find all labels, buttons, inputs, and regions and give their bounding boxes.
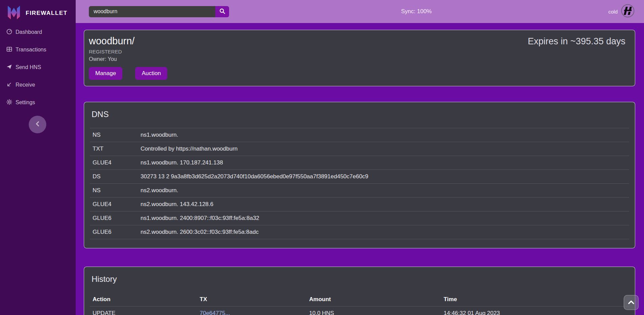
history-card: History Action TX Amount Time UPDATE 70e… xyxy=(84,267,635,315)
dns-record-value: ns1.woodburn. 170.187.241.138 xyxy=(138,159,629,166)
main-content: woodburn/ REGISTERED Owner: You Manage A… xyxy=(76,23,644,315)
sidebar-collapse-button[interactable] xyxy=(29,116,46,133)
history-header-time: Time xyxy=(441,296,629,303)
history-time: 14:46:32 01 Aug 2023 xyxy=(441,310,629,315)
sidebar: FIREWALLET Dashboard Transactions xyxy=(0,0,76,315)
dns-record-type: GLUE4 xyxy=(90,201,138,208)
dns-record-row: GLUE6 ns2.woodburn. 2600:3c02::f03c:93ff… xyxy=(90,225,629,239)
receive-icon xyxy=(6,82,12,89)
search-button[interactable] xyxy=(215,6,229,17)
dns-record-type: DS xyxy=(90,173,138,180)
history-title: History xyxy=(92,274,629,284)
dns-record-type: GLUE6 xyxy=(90,215,138,222)
dns-record-value: ns1.woodburn. xyxy=(138,132,629,138)
history-rows: UPDATE 70e64775... 10.0 HNS 14:46:32 01 … xyxy=(90,307,629,315)
firewallet-logo-icon xyxy=(6,4,22,22)
brand: FIREWALLET xyxy=(0,0,76,23)
dns-record-value: ns2.woodburn. xyxy=(138,187,629,194)
history-action: UPDATE xyxy=(90,310,197,315)
history-header-action: Action xyxy=(90,296,197,303)
dns-record-row: TXT Controlled by https://nathan.woodbur… xyxy=(90,142,629,156)
dns-record-value: ns2.woodburn. 2600:3c02::f03c:93ff:fe5a:… xyxy=(138,229,629,235)
dns-table: NS ns1.woodburn. TXT Controlled by https… xyxy=(90,128,629,239)
dns-record-type: TXT xyxy=(90,145,138,152)
send-icon xyxy=(6,64,12,71)
brand-name: FIREWALLET xyxy=(26,10,68,17)
dns-title: DNS xyxy=(92,110,629,119)
sidebar-item-transactions[interactable]: Transactions xyxy=(0,41,76,59)
sidebar-item-label: Settings xyxy=(16,99,35,106)
history-header-tx: TX xyxy=(197,296,306,303)
sidebar-item-receive[interactable]: Receive xyxy=(0,76,76,94)
dns-record-type: GLUE6 xyxy=(90,229,138,235)
sidebar-item-send-hns[interactable]: Send HNS xyxy=(0,59,76,76)
history-header-amount: Amount xyxy=(306,296,441,303)
sidebar-item-label: Dashboard xyxy=(16,29,42,35)
gear-icon xyxy=(6,99,12,106)
sidebar-item-dashboard[interactable]: Dashboard xyxy=(0,23,76,41)
sync-status: Sync: 100% xyxy=(401,8,432,15)
dns-record-value: 30273 13 2 9a3a8fb3d625d2a2073d740f10da6… xyxy=(138,173,629,180)
chevron-up-icon xyxy=(628,299,634,306)
handshake-logo-icon xyxy=(621,4,635,19)
tx-link[interactable]: 70e64775... xyxy=(197,310,306,315)
search-box xyxy=(89,6,229,17)
history-amount: 10.0 HNS xyxy=(306,310,441,315)
dns-record-value: Controlled by https://nathan.woodburn xyxy=(138,145,629,152)
dns-record-row: GLUE6 ns1.woodburn. 2400:8907::f03c:93ff… xyxy=(90,211,629,225)
dns-record-row: GLUE4 ns1.woodburn. 170.187.241.138 xyxy=(90,156,629,170)
domain-owner: Owner: You xyxy=(89,56,626,62)
search-input[interactable] xyxy=(89,6,215,17)
dns-record-type: NS xyxy=(90,132,138,138)
sidebar-menu: Dashboard Transactions Send HNS xyxy=(0,23,76,111)
topbar: Sync: 100% cold xyxy=(76,0,644,23)
dns-card: DNS NS ns1.woodburn. TXT Controlled by h… xyxy=(84,102,635,248)
history-header-row: Action TX Amount Time xyxy=(90,293,629,307)
dns-record-row: NS ns1.woodburn. xyxy=(90,128,629,142)
domain-status: REGISTERED xyxy=(89,49,626,54)
chevron-left-icon xyxy=(35,121,40,128)
gauge-icon xyxy=(6,29,12,36)
expires-label: Expires in ~395.35 days xyxy=(528,36,625,47)
sidebar-item-label: Send HNS xyxy=(16,64,41,70)
wallet-name: cold xyxy=(608,9,618,15)
dns-record-type: GLUE4 xyxy=(90,159,138,166)
sidebar-item-label: Transactions xyxy=(16,47,46,53)
wallet-selector[interactable]: cold xyxy=(608,0,635,23)
dns-record-row: GLUE4 ns2.woodburn. 143.42.128.6 xyxy=(90,198,629,211)
history-row: UPDATE 70e64775... 10.0 HNS 14:46:32 01 … xyxy=(90,307,629,315)
dns-record-value: ns1.woodburn. 2400:8907::f03c:93ff:fe5a:… xyxy=(138,215,629,222)
history-table: Action TX Amount Time UPDATE 70e64775...… xyxy=(90,293,629,315)
dns-record-row: NS ns2.woodburn. xyxy=(90,184,629,198)
dns-record-value: ns2.woodburn. 143.42.128.6 xyxy=(138,201,629,208)
table-icon xyxy=(6,46,12,53)
domain-card: woodburn/ REGISTERED Owner: You Manage A… xyxy=(84,30,635,86)
dns-record-type: NS xyxy=(90,187,138,194)
dns-record-row: DS 30273 13 2 9a3a8fb3d625d2a2073d740f10… xyxy=(90,170,629,184)
auction-button[interactable]: Auction xyxy=(135,67,167,80)
sidebar-item-settings[interactable]: Settings xyxy=(0,94,76,111)
search-icon xyxy=(219,8,225,15)
scroll-to-top-button[interactable] xyxy=(624,295,639,310)
sidebar-item-label: Receive xyxy=(16,82,35,88)
manage-button[interactable]: Manage xyxy=(89,67,122,80)
